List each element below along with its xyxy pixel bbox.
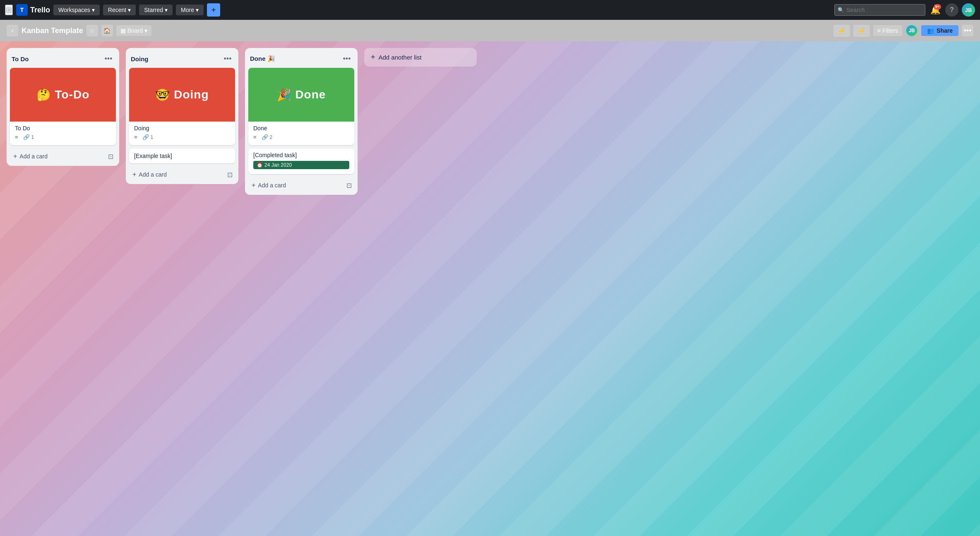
notifications-button[interactable]: 🔔 9+ xyxy=(929,3,942,17)
more-chevron-icon: ▾ xyxy=(196,7,199,13)
done-card-meta: ≡ 🔗 2 xyxy=(253,134,349,140)
list-done: Done 🎉 ••• 🎉 Done Done ≡ xyxy=(245,48,358,195)
done-card-title: Done xyxy=(253,125,349,132)
grid-icon-button[interactable]: ⊞ xyxy=(5,5,13,15)
doing-card-body: Doing ≡ 🔗 1 xyxy=(129,122,235,145)
doing-card-cover-text: Doing xyxy=(174,88,209,101)
clock-icon: ⏰ xyxy=(257,162,263,168)
list-todo-title: To Do xyxy=(12,55,29,62)
share-icon: 👥 xyxy=(927,27,934,34)
list-done-add-card-label: Add a card xyxy=(258,182,286,189)
list-done-add-footer: + Add a card ⊡ xyxy=(248,177,354,191)
starred-label: Starred xyxy=(144,7,163,13)
attachment-icon: 🔗 xyxy=(23,134,30,140)
done-completed-task-date-badge: ⏰ 24 Jan 2020 xyxy=(253,161,349,169)
add-list-plus-icon: + xyxy=(371,53,375,62)
notification-badge: 9+ xyxy=(934,4,941,10)
done-card-2[interactable]: [Completed task] ⏰ 24 Jan 2020 xyxy=(248,148,354,174)
add-another-list-button[interactable]: + Add another list xyxy=(364,48,477,67)
workspace-visibility-button[interactable]: 🏠 xyxy=(101,25,113,36)
search-icon: 🔍 xyxy=(838,7,844,13)
list-todo-menu-button[interactable]: ••• xyxy=(103,53,114,65)
list-done-add-card-button[interactable]: + Add a card xyxy=(248,179,344,191)
board-more-button[interactable]: ••• xyxy=(962,25,973,36)
list-todo-header: To Do ••• xyxy=(10,51,116,68)
done-card-cover-emoji: 🎉 xyxy=(277,88,292,102)
board-title: Kanban Template xyxy=(22,26,83,35)
todo-card-cover-emoji: 🤔 xyxy=(36,88,51,102)
user-avatar[interactable]: JB xyxy=(962,3,975,17)
starred-chevron-icon: ▾ xyxy=(165,7,168,13)
board-background: To Do ••• 🤔 To-Do To Do ≡ xyxy=(0,41,980,536)
list-todo-add-footer: + Add a card ⊡ xyxy=(10,148,116,163)
list-doing: Doing ••• 🤓 Doing Doing ≡ xyxy=(126,48,238,184)
todo-card-1[interactable]: 🤔 To-Do To Do ≡ 🔗 1 xyxy=(10,68,116,145)
doing-card-title: Doing xyxy=(134,125,230,132)
workspaces-label: Workspaces xyxy=(58,7,90,13)
list-done-template-button[interactable]: ⊡ xyxy=(344,179,354,191)
done-card-body: Done ≡ 🔗 2 xyxy=(248,122,354,145)
share-button[interactable]: 👥 Share xyxy=(921,25,958,36)
doing-card-2[interactable]: [Example task] xyxy=(129,148,235,163)
member-avatar[interactable]: JB xyxy=(906,24,918,37)
help-button[interactable]: ? xyxy=(945,3,958,17)
doing-card-cover-emoji: 🤓 xyxy=(155,88,170,102)
description-icon-2: ≡ xyxy=(134,134,137,140)
doing-card-description-meta: ≡ xyxy=(134,134,137,140)
search-input[interactable] xyxy=(834,4,925,16)
done-card-cover-text: Done xyxy=(295,88,326,101)
star-board-button[interactable]: ☆ xyxy=(86,25,98,36)
lists-container: To Do ••• 🤔 To-Do To Do ≡ xyxy=(7,48,973,529)
top-navbar: ⊞ T Trello Workspaces ▾ Recent ▾ Starred… xyxy=(0,0,980,20)
list-done-menu-button[interactable]: ••• xyxy=(341,53,353,65)
list-todo-add-card-button[interactable]: + Add a card xyxy=(10,150,106,163)
filters-button[interactable]: ≡ Filters xyxy=(873,25,902,36)
list-done-header: Done 🎉 ••• xyxy=(248,51,354,68)
list-doing-template-button[interactable]: ⊡ xyxy=(225,169,235,180)
filters-label: Filters xyxy=(882,27,898,34)
done-card-1[interactable]: 🎉 Done Done ≡ 🔗 2 xyxy=(248,68,354,145)
workspaces-button[interactable]: Workspaces ▾ xyxy=(53,5,100,15)
back-button[interactable]: ‹ xyxy=(7,25,18,36)
attachment-icon-2: 🔗 xyxy=(142,134,149,140)
trello-logo-icon: T xyxy=(16,4,28,16)
recent-button[interactable]: Recent ▾ xyxy=(103,5,136,15)
list-done-title: Done 🎉 xyxy=(250,55,275,62)
todo-card-cover: 🤔 To-Do xyxy=(10,68,116,122)
board-view-chevron-icon: ▾ xyxy=(144,27,147,34)
doing-card-meta: ≡ 🔗 1 xyxy=(134,134,230,140)
list-todo-template-button[interactable]: ⊡ xyxy=(106,151,116,162)
doing-card-cover: 🤓 Doing xyxy=(129,68,235,122)
trello-logo[interactable]: T Trello xyxy=(16,4,50,16)
create-button[interactable]: + xyxy=(207,3,220,17)
todo-card-attachment-count: 1 xyxy=(31,134,34,140)
todo-card-title: To Do xyxy=(15,125,111,132)
doing-card-attachment-meta: 🔗 1 xyxy=(142,134,154,140)
recent-chevron-icon: ▾ xyxy=(128,7,131,13)
doing-card-attachment-count: 1 xyxy=(151,134,154,140)
list-doing-add-card-button[interactable]: + Add a card xyxy=(129,168,225,181)
automation-button[interactable]: ⚡ xyxy=(853,25,870,37)
board-view-icon: ▦ xyxy=(120,27,126,34)
list-doing-title: Doing xyxy=(131,55,149,62)
done-completed-card-body: [Completed task] ⏰ 24 Jan 2020 xyxy=(248,148,354,174)
done-completed-task-date: 24 Jan 2020 xyxy=(264,162,292,168)
filters-icon: ≡ xyxy=(877,27,881,34)
description-icon: ≡ xyxy=(15,134,18,140)
power-ups-button[interactable]: ⚡ xyxy=(833,25,850,37)
list-todo-add-card-label: Add a card xyxy=(19,153,48,160)
todo-card-body: To Do ≡ 🔗 1 xyxy=(10,122,116,145)
board-view-label: Board xyxy=(127,27,143,34)
done-completed-task-title: [Completed task] xyxy=(253,152,349,158)
doing-card-1[interactable]: 🤓 Doing Doing ≡ 🔗 1 xyxy=(129,68,235,145)
list-doing-menu-button[interactable]: ••• xyxy=(222,53,233,65)
recent-label: Recent xyxy=(108,7,126,13)
workspaces-chevron-icon: ▾ xyxy=(92,7,95,13)
description-icon-3: ≡ xyxy=(253,134,257,140)
done-card-cover: 🎉 Done xyxy=(248,68,354,122)
board-view-button[interactable]: ▦ Board ▾ xyxy=(116,25,151,36)
more-button[interactable]: More ▾ xyxy=(176,5,204,15)
done-card-attachment-meta: 🔗 2 xyxy=(262,134,273,140)
starred-button[interactable]: Starred ▾ xyxy=(139,5,173,15)
attachment-icon-3: 🔗 xyxy=(262,134,268,140)
